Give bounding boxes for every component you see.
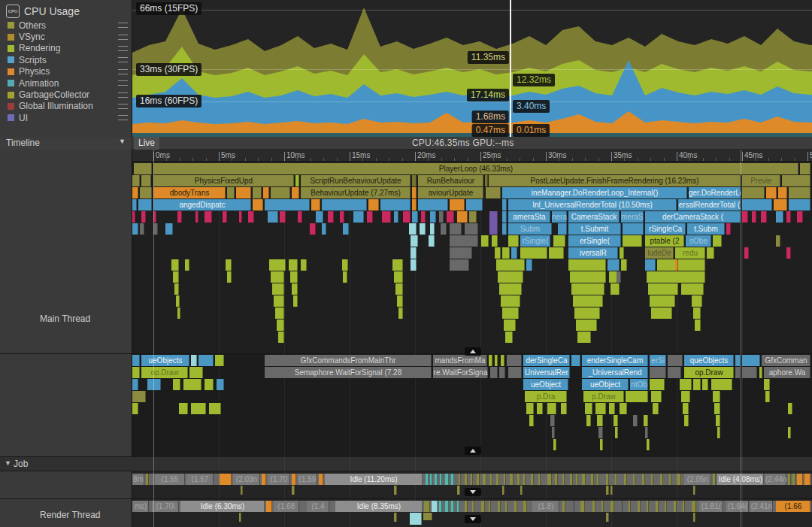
flame-bar[interactable]	[278, 332, 284, 343]
flame-bar[interactable]	[146, 474, 149, 485]
flame-bar[interactable]	[409, 223, 417, 235]
flame-bar[interactable]	[176, 295, 180, 307]
collapse-up-button[interactable]	[465, 347, 481, 356]
flame-bar[interactable]	[693, 486, 695, 495]
flame-bar[interactable]	[788, 427, 791, 438]
flame-bar[interactable]	[615, 474, 617, 485]
flame-bar[interactable]	[576, 474, 578, 485]
flame-bar[interactable]	[651, 391, 662, 402]
flame-bar[interactable]	[465, 223, 478, 235]
flame-bar[interactable]	[457, 486, 460, 495]
flame-bar[interactable]	[782, 175, 810, 186]
flame-bar[interactable]	[766, 187, 777, 198]
flame-bar[interactable]	[765, 391, 770, 402]
flame-bar[interactable]	[450, 199, 465, 210]
flame-bar[interactable]	[501, 355, 504, 366]
flame-bar[interactable]	[707, 247, 714, 259]
flame-bar[interactable]	[511, 247, 517, 259]
flame-bar[interactable]	[668, 367, 681, 378]
flame-bar[interactable]	[684, 415, 689, 426]
flame-bar[interactable]	[486, 187, 501, 198]
flame-bar[interactable]	[263, 187, 269, 198]
flame-bar-endersinglecam[interactable]: enderSingleCam	[582, 355, 648, 366]
flame-bar[interactable]	[262, 474, 266, 485]
flame-bar[interactable]	[205, 211, 212, 223]
flame-bar[interactable]	[714, 403, 720, 414]
flame-bar[interactable]	[398, 307, 403, 319]
flame-bar[interactable]	[502, 199, 507, 210]
flame-bar[interactable]	[440, 474, 442, 485]
flame-bar[interactable]	[547, 474, 552, 485]
flame-bar[interactable]	[514, 501, 517, 512]
flame-bar[interactable]	[310, 223, 316, 235]
flame-bar[interactable]	[606, 474, 609, 485]
flame-bar[interactable]	[623, 235, 642, 247]
flame-bar-idle-11-20ms-[interactable]: Idle (11.20ms)	[325, 474, 423, 485]
flame-bar[interactable]	[441, 223, 447, 235]
flame-bar[interactable]	[651, 307, 672, 319]
flame-bar[interactable]	[490, 474, 492, 485]
flame-bar[interactable]	[561, 403, 567, 414]
flame-bar[interactable]	[681, 391, 690, 402]
flame-bar[interactable]	[483, 474, 486, 485]
flame-bar[interactable]	[621, 259, 627, 271]
flame-bar[interactable]	[138, 199, 152, 210]
flame-bar[interactable]	[576, 320, 597, 331]
flame-bar-ueobjects[interactable]: ueObjects	[141, 355, 189, 366]
flame-bar[interactable]	[253, 199, 263, 210]
flame-bar[interactable]	[450, 247, 472, 259]
flame-bar[interactable]	[140, 187, 152, 198]
flame-bar[interactable]	[485, 175, 488, 186]
flame-bar-playerloop-46-33ms-[interactable]: PlayerLoop (46.33ms)	[153, 163, 798, 174]
flame-bar[interactable]	[502, 486, 504, 495]
flame-bar[interactable]	[711, 379, 732, 390]
flame-bar[interactable]	[692, 501, 696, 512]
flame-bar[interactable]	[447, 211, 454, 223]
flame-bar[interactable]	[205, 379, 214, 390]
flame-bar-amerasta[interactable]: ameraSta	[508, 211, 550, 223]
flame-bar[interactable]	[629, 501, 631, 512]
flame-bar[interactable]	[669, 474, 671, 485]
flame-bar[interactable]	[132, 175, 140, 186]
flame-bar[interactable]	[633, 474, 635, 485]
flame-bar[interactable]	[183, 379, 201, 390]
flame-bar[interactable]	[601, 501, 604, 512]
flame-bar[interactable]	[450, 235, 478, 247]
flame-bar[interactable]	[786, 211, 791, 223]
flame-bar[interactable]	[343, 271, 347, 283]
flame-bar[interactable]	[141, 175, 151, 186]
flame-bar[interactable]	[439, 501, 442, 512]
flame-bar[interactable]	[412, 187, 417, 198]
flame-bar-op-draw[interactable]: op.Draw	[141, 367, 188, 378]
flame-bar[interactable]	[735, 367, 741, 378]
flame-bar[interactable]	[537, 403, 543, 414]
flame-bar[interactable]	[620, 501, 623, 512]
flame-bar[interactable]	[597, 415, 603, 426]
flame-bar[interactable]	[266, 501, 272, 512]
flame-bar-redu[interactable]: redu	[675, 247, 705, 259]
flame-bar[interactable]	[394, 271, 403, 283]
flame-bar[interactable]	[179, 403, 188, 414]
flame-bar[interactable]	[549, 247, 564, 259]
flame-bar[interactable]	[275, 307, 284, 319]
flame-bar[interactable]	[277, 320, 284, 331]
flame-bar[interactable]	[693, 307, 701, 319]
flame-bar--2-03n[interactable]: (2.03n	[233, 474, 260, 485]
flame-bar[interactable]	[764, 379, 770, 390]
flame-bar[interactable]	[547, 403, 556, 414]
flame-bar-runbehaviour[interactable]: RunBehaviour	[418, 175, 483, 186]
flame-bar[interactable]	[789, 199, 810, 210]
flame-bar-ersingle-[interactable]: erSingle(	[568, 235, 621, 247]
flame-bar[interactable]	[382, 211, 391, 223]
flame-bar[interactable]	[648, 283, 678, 295]
flame-bar[interactable]	[319, 474, 323, 485]
flame-bar[interactable]	[293, 295, 298, 307]
flame-bar[interactable]	[353, 211, 364, 223]
flame-bar[interactable]	[241, 486, 243, 495]
flame-bar[interactable]	[412, 175, 417, 186]
flame-bar[interactable]	[177, 211, 182, 223]
flame-bar[interactable]	[367, 211, 373, 223]
flame-bar-ger-dorenderloop[interactable]: ger.DoRenderLoop	[689, 187, 741, 198]
flame-bar[interactable]	[165, 223, 173, 235]
flame-bar[interactable]	[680, 379, 692, 390]
